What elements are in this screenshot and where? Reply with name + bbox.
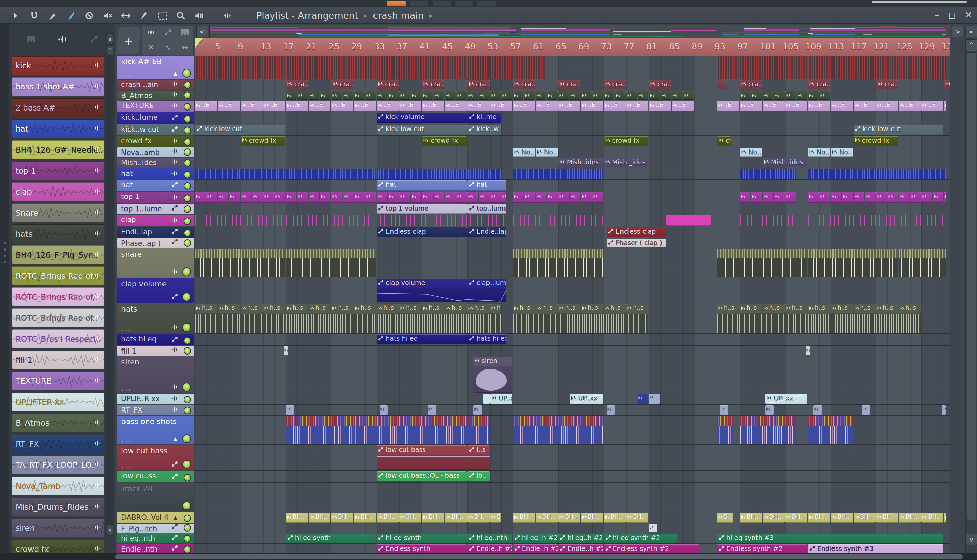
toolbar-button[interactable] (454, 1, 474, 7)
audio-clip[interactable] (286, 416, 489, 444)
audio-clip-cell[interactable]: ..E (422, 101, 444, 111)
track-mute-led[interactable] (184, 218, 191, 225)
audio-clip-cell[interactable] (569, 192, 580, 203)
audio-clip-cell[interactable]: ..E (354, 101, 376, 111)
small-clip[interactable] (606, 405, 615, 415)
pattern-clips-icon[interactable] (181, 29, 189, 37)
small-clip[interactable] (862, 405, 870, 415)
track-header[interactable]: kick A# 6B▲... (117, 56, 194, 79)
pattern-clip[interactable] (808, 215, 946, 226)
audio-clip-cell[interactable]: ..E (331, 101, 354, 111)
pattern-clip[interactable] (286, 215, 376, 226)
audio-clip[interactable]: h..s h..s h..s h..s (717, 304, 807, 333)
audio-clip-cell[interactable]: BH.. (513, 513, 535, 523)
grid-track-row[interactable]: hats hi eqhats hi eq (195, 334, 950, 346)
audio-clip-cell[interactable] (206, 192, 217, 203)
clip[interactable]: hi eq synth (377, 533, 467, 543)
audio-clip-cell[interactable] (933, 192, 944, 203)
collapse-arrow-icon[interactable]: ▲ (173, 436, 177, 442)
clip[interactable]: low cut bass (377, 445, 467, 470)
picker-item[interactable]: B_Atmos (12, 413, 105, 432)
audio-clip-cell[interactable]: h..s (286, 304, 308, 313)
small-clip[interactable] (428, 405, 436, 415)
clip[interactable]: Endless synth #3 (808, 544, 944, 554)
audio-clip[interactable]: h..s h..s h..s h..s (195, 304, 285, 333)
small-clip[interactable] (473, 405, 482, 415)
grid-track-row[interactable] (195, 524, 950, 533)
track-mute-led[interactable] (182, 460, 191, 469)
audio-clip-cell[interactable] (865, 192, 875, 203)
slip-tool-icon[interactable] (47, 10, 58, 22)
track-mute-led[interactable] (184, 396, 191, 403)
track-header[interactable]: Endle..nth (117, 544, 194, 554)
pattern-clip[interactable] (513, 215, 603, 226)
pattern-clip[interactable] (195, 169, 285, 179)
track-mute-led[interactable] (184, 171, 191, 178)
clip[interactable]: hi eq synth (286, 533, 376, 543)
track-options-dots[interactable]: ... (122, 70, 131, 78)
pattern-clip[interactable] (740, 169, 796, 179)
audio-clip-cell[interactable]: BH.. (286, 513, 308, 523)
clip[interactable]: No.. (740, 148, 762, 157)
audio-clip-cell[interactable]: h..s (717, 304, 739, 313)
audio-clip-cell[interactable] (297, 192, 308, 203)
track-options-dots[interactable]: ... (122, 462, 131, 470)
clip[interactable]: hat (468, 180, 506, 190)
picker-item[interactable]: UPLIFTER xx (12, 393, 105, 411)
audio-clip-cell[interactable] (592, 192, 603, 203)
clip[interactable]: Endle..h #2 (558, 544, 603, 554)
audio-clip-cell[interactable]: BH.. (604, 513, 626, 523)
zoom-tool-icon[interactable] (175, 10, 187, 22)
audio-clip-cell[interactable] (774, 192, 784, 203)
toolbar-button[interactable] (409, 1, 429, 7)
clip[interactable]: hi eq..h #2 (558, 533, 603, 543)
clip[interactable]: top 1 volume (377, 204, 467, 213)
audio-clip-cell[interactable]: BH.. (740, 513, 762, 523)
audio-clip-cell[interactable] (604, 91, 615, 100)
audio-clip-cell[interactable] (876, 192, 887, 203)
audio-clip-cell[interactable]: ..E (445, 101, 467, 111)
audio-clip-cell[interactable]: BH.. (785, 513, 807, 523)
playlist-grid[interactable]: cra..cra..cra..cra..cra..cra..cra..cra..… (195, 56, 950, 560)
picker-item[interactable]: siren (12, 518, 105, 537)
audio-clip[interactable] (808, 249, 898, 277)
track-mute-led[interactable] (184, 524, 191, 532)
pattern-clip[interactable] (717, 56, 807, 78)
clip[interactable]: Endle..lap (468, 227, 506, 237)
audio-clip-cell[interactable] (524, 91, 534, 100)
grid-track-row[interactable]: No..No..No..No..No.. (195, 147, 950, 157)
picker-item[interactable]: BH4_126_G#_Needle.. (12, 140, 105, 159)
audio-clip-cell[interactable] (388, 192, 399, 203)
audio-clip-cell[interactable] (468, 91, 478, 100)
audio-clip-cell[interactable]: ..E (263, 101, 285, 111)
audio-clip[interactable] (286, 249, 376, 277)
clip[interactable]: Endless synth (377, 544, 467, 554)
track-header[interactable]: snare... (117, 248, 194, 278)
snap-magnet-icon[interactable] (28, 10, 40, 22)
audio-clip-cell[interactable] (740, 192, 750, 203)
audio-clip-cell[interactable]: BH.. (422, 513, 444, 523)
audio-clip-cell[interactable]: ..E (876, 101, 898, 111)
audio-clip[interactable] (513, 416, 603, 444)
audio-clip-cell[interactable] (558, 91, 569, 100)
audio-clip-cell[interactable] (536, 192, 546, 203)
picker-item[interactable]: TEXTURE (12, 372, 105, 390)
arrangement-minimap[interactable] (209, 25, 950, 38)
clip[interactable]: cra.. (331, 80, 354, 90)
audio-clip-cell[interactable] (468, 192, 478, 203)
audio-clip-cell[interactable]: BH.. (309, 513, 331, 523)
audio-clip-cell[interactable] (195, 192, 205, 203)
clip[interactable]: cra.. (558, 80, 580, 90)
audio-clip-cell[interactable] (899, 192, 909, 203)
track-header[interactable]: B_Atmos (117, 90, 194, 100)
clip[interactable]: siren (473, 357, 512, 393)
pattern-clip[interactable] (899, 56, 946, 78)
clip[interactable]: cra.. (286, 80, 308, 90)
audio-clip-cell[interactable] (501, 192, 506, 203)
picker-item[interactable]: BH4_126_F_Pig_Syn.. (12, 245, 105, 264)
audio-clip-cell[interactable] (331, 192, 342, 203)
audio-clip-cell[interactable]: h..s (785, 304, 807, 313)
track-mute-led[interactable] (184, 347, 191, 355)
clip[interactable]: Mish..ides (558, 158, 603, 167)
track-header[interactable]: fill 1 (117, 346, 194, 356)
